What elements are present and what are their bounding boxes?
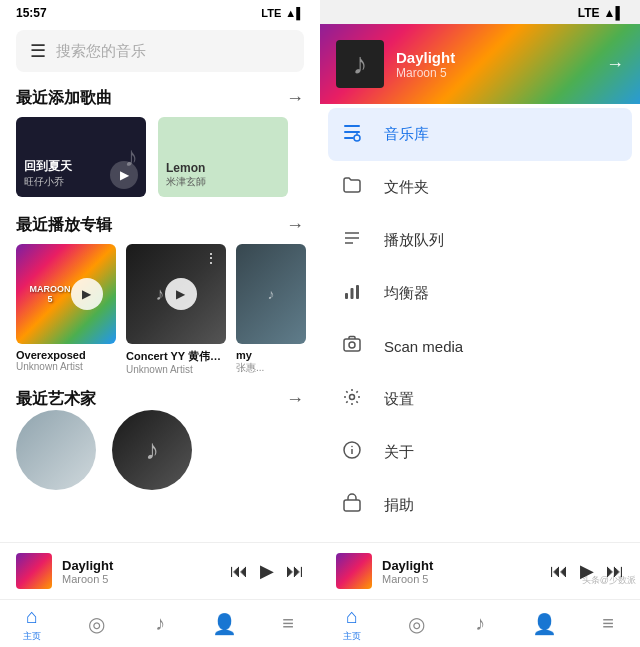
menu-item-equalizer[interactable]: 均衡器 [320,267,640,320]
now-playing-controls-left: ⏮ ▶ ⏭ [230,560,304,582]
recent-albums-arrow[interactable]: → [286,215,304,236]
play-pause-btn-left[interactable]: ▶ [260,560,274,582]
svg-point-3 [354,135,360,141]
nav-home[interactable]: ⌂ 主页 [0,601,64,647]
menu-label-folder: 文件夹 [384,178,429,197]
nav-menu-right[interactable]: ≡ [576,608,640,639]
song-card-1[interactable]: ♪ 回到夏天 旺仔小乔 ▶ [16,117,146,197]
albums-row: MAROON5 ▶ Overexposed Unknown Artist ♪ ⋮… [0,244,320,389]
artist-avatar-1[interactable] [16,410,96,490]
donate-icon [340,493,364,518]
artists-row: ♪ [0,410,320,490]
album-play-1[interactable]: ▶ [71,278,103,310]
right-album-thumb [336,40,384,88]
album-artist-3: 张惠... [236,361,306,375]
nav-music[interactable]: ♪ [128,608,192,639]
song-artist-2: 米津玄師 [166,175,280,189]
nav-discover-right[interactable]: ◎ [384,608,448,640]
now-playing-thumb-left [16,553,52,589]
nav-user[interactable]: 👤 [192,608,256,640]
song-card-2[interactable]: Lemon 米津玄師 [158,117,288,197]
np-title-right: Daylight [382,558,540,573]
svg-point-12 [349,342,355,348]
svg-rect-11 [344,339,360,351]
album-card-1[interactable]: MAROON5 ▶ Overexposed Unknown Artist [16,244,116,375]
song-title-2: Lemon [166,161,280,175]
now-playing-bar-left[interactable]: Daylight Maroon 5 ⏮ ▶ ⏭ [0,542,320,599]
prev-btn-right[interactable]: ⏮ [550,561,568,582]
network-left: LTE [261,7,281,19]
user-icon: 👤 [212,612,237,636]
svg-rect-9 [351,288,354,299]
menu-item-library[interactable]: 音乐库 [328,108,632,161]
hamburger-icon: ☰ [30,40,46,62]
album-cover-3: ♪ [236,244,306,344]
right-album-overlay: Daylight Maroon 5 → [320,24,640,104]
right-track-artist: Maroon 5 [396,66,455,80]
album-card-3[interactable]: ♪ my 张惠... [236,244,306,375]
menu-label-scan: Scan media [384,338,463,355]
menu-item-donate[interactable]: 捐助 [320,479,640,532]
about-icon [340,440,364,465]
svg-rect-2 [344,137,354,139]
nav-home-label-right: 主页 [343,630,361,643]
album-cover-1: MAROON5 ▶ [16,244,116,344]
music-icon: ♪ [155,612,165,635]
svg-rect-17 [344,500,360,511]
search-bar[interactable]: ☰ 搜索您的音乐 [16,30,304,72]
nav-discover[interactable]: ◎ [64,608,128,640]
recent-songs-arrow[interactable]: → [286,88,304,109]
svg-point-13 [350,395,355,400]
right-phone: LTE ▲▌ Daylight Maroon 5 → [320,0,640,647]
recent-albums-header: 最近播放专辑 → [0,211,320,244]
album-dots-2[interactable]: ⋮ [204,250,218,266]
menu-item-folder[interactable]: 文件夹 [320,161,640,214]
np-artist-right: Maroon 5 [382,573,540,585]
right-album-header[interactable]: Daylight Maroon 5 → [320,24,640,104]
svg-point-16 [351,446,353,448]
menu-label-equalizer: 均衡器 [384,284,429,303]
recent-artists-header: 最近艺术家 → [0,389,320,410]
artist-avatar-2[interactable]: ♪ [112,410,192,490]
now-playing-title-left: Daylight [62,558,220,573]
now-playing-bar-right[interactable]: Daylight Maroon 5 ⏮ ▶ ⏭ [320,542,640,599]
folder-icon [340,175,364,200]
recent-albums-title: 最近播放专辑 [16,215,112,236]
menu-item-settings[interactable]: 设置 [320,373,640,426]
prev-btn-left[interactable]: ⏮ [230,561,248,582]
home-icon-right: ⌂ [346,605,358,628]
status-bar-left: 15:57 LTE ▲▌ [0,0,320,24]
time-left: 15:57 [16,6,47,20]
nav-menu[interactable]: ≡ [256,608,320,639]
next-btn-left[interactable]: ⏭ [286,561,304,582]
menu-label-about: 关于 [384,443,414,462]
album-artist-2: Unknown Artist [126,364,226,375]
right-track-title: Daylight [396,49,455,66]
menu-item-scan[interactable]: Scan media [320,320,640,373]
nav-music-right[interactable]: ♪ [448,608,512,639]
library-icon [340,122,364,147]
menu-item-queue[interactable]: 播放队列 [320,214,640,267]
play-btn-1[interactable]: ▶ [110,161,138,189]
nav-home-label: 主页 [23,630,41,643]
right-header-arrow[interactable]: → [606,54,624,75]
album-card-2[interactable]: ♪ ⋮ ▶ Concert YY 黄伟文... Unknown Artist [126,244,226,375]
network-right: LTE [578,6,600,20]
nav-user-right[interactable]: 👤 [512,608,576,640]
now-playing-artist-left: Maroon 5 [62,573,220,585]
bottom-nav-left: ⌂ 主页 ◎ ♪ 👤 ≡ [0,599,320,647]
signal-left: ▲▌ [285,7,304,19]
menu-icon-nav-right: ≡ [602,612,614,635]
recent-songs-header: 最近添加歌曲 → [0,84,320,117]
menu-item-about[interactable]: 关于 [320,426,640,479]
recent-artists-title: 最近艺术家 [16,389,96,410]
discover-icon: ◎ [88,612,105,636]
album-play-2[interactable]: ▶ [165,278,197,310]
recent-artists-arrow[interactable]: → [286,389,304,410]
album-title-2: Concert YY 黄伟文... [126,349,226,364]
settings-icon [340,387,364,412]
album-artist-1: Unknown Artist [16,361,116,372]
svg-rect-0 [344,125,360,127]
menu-label-library: 音乐库 [384,125,429,144]
nav-home-right[interactable]: ⌂ 主页 [320,601,384,647]
